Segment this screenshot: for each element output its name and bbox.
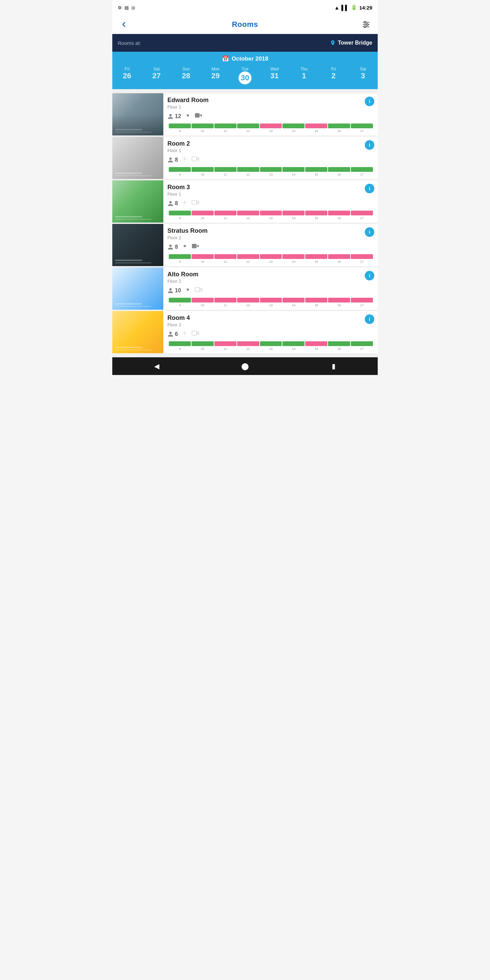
timeline-slot-5 (282, 298, 305, 302)
room-amenities-edward-room: 12 (167, 111, 374, 121)
room-image-room-2 (112, 137, 163, 179)
room-list: i Edward Room Floor 1 12 910111213141516… (112, 89, 378, 357)
room-amenities-room-3: 8 (167, 199, 374, 208)
timeline-slot-1 (192, 341, 214, 346)
video-icon-inactive (181, 330, 188, 338)
camera-icon-inactive (192, 199, 199, 208)
timeline-slot-7 (328, 341, 350, 346)
day-cell-30[interactable]: Tue 30 (231, 65, 260, 87)
room-capacity-alto-room: 10 (167, 288, 181, 294)
settings-icon: ⚙ (118, 5, 122, 10)
back-button[interactable] (118, 18, 130, 30)
room-floor-stratus-room: Floor 2 (167, 235, 374, 240)
room-info-room-4: i Room 4 Floor 2 6 91011121314151617 (163, 311, 378, 353)
camera-icon (192, 242, 199, 251)
timeline-slot-0 (169, 211, 191, 215)
svg-point-14 (187, 289, 189, 291)
svg-rect-13 (192, 244, 197, 248)
room-amenities-room-2: 8 (167, 155, 374, 164)
timeline-slot-7 (328, 124, 350, 128)
timeline-slot-6 (305, 341, 327, 346)
svg-rect-15 (195, 288, 200, 292)
room-card-edward-room[interactable]: i Edward Room Floor 1 12 910111213141516… (112, 93, 378, 135)
filter-button[interactable] (360, 18, 372, 30)
camera-icon (195, 111, 202, 121)
info-button-alto-room[interactable]: i (365, 271, 374, 280)
info-button-room-3[interactable]: i (365, 184, 374, 193)
room-image-room-3 (112, 180, 163, 223)
nav-back-button[interactable]: ◀ (149, 359, 164, 374)
timeline-slot-7 (328, 254, 350, 259)
svg-rect-11 (192, 200, 197, 205)
nav-home-button[interactable]: ⬤ (237, 359, 253, 374)
timeline-slot-0 (169, 341, 191, 346)
svg-point-8 (184, 158, 185, 160)
timeline-slot-1 (192, 298, 214, 302)
room-card-alto-room[interactable]: i Alto Room Floor 2 10 91011121314151617 (112, 267, 378, 310)
svg-point-10 (184, 202, 185, 204)
room-timeline-stratus-room: 91011121314151617 (167, 254, 374, 266)
day-cell-3[interactable]: Sat 3 (348, 65, 378, 87)
timeline-slot-6 (305, 211, 327, 215)
day-cell-31[interactable]: Wed 31 (259, 65, 289, 87)
timeline-slot-0 (169, 124, 191, 128)
day-cell-29[interactable]: Mon 29 (201, 65, 231, 87)
room-floor-room-4: Floor 2 (167, 322, 374, 327)
day-cell-27[interactable]: Sat 27 (142, 65, 172, 87)
timeline-slot-1 (192, 211, 214, 215)
timeline-slot-6 (305, 124, 327, 128)
nav-recents-button[interactable]: ▮ (326, 359, 341, 374)
day-cell-1[interactable]: Thu 1 (289, 65, 319, 87)
timeline-slot-7 (328, 211, 350, 215)
info-button-edward-room[interactable]: i (365, 97, 374, 106)
video-icon (181, 243, 188, 251)
svg-rect-9 (192, 157, 197, 161)
room-name-room-2: Room 2 (167, 140, 374, 147)
status-bar-left: ⚙ ▤ ◎ (118, 5, 135, 10)
timeline-slot-1 (192, 254, 214, 259)
day-cell-28[interactable]: Sun 28 (171, 65, 201, 87)
timeline-slot-4 (260, 124, 282, 128)
svg-point-6 (187, 115, 189, 116)
room-name-alto-room: Alto Room (167, 271, 374, 278)
timeline-slot-5 (282, 341, 305, 346)
timeline-slot-0 (169, 167, 191, 172)
time-display: 14:29 (360, 5, 372, 11)
room-card-stratus-room[interactable]: i Stratus Room Floor 2 8 910111213141516… (112, 224, 378, 266)
room-capacity-room-3: 8 (167, 200, 178, 207)
timeline-slot-8 (351, 341, 373, 346)
room-image-alto-room (112, 267, 163, 310)
location-name[interactable]: Tower Bridge (330, 40, 372, 46)
day-cell-26[interactable]: Fri 26 (112, 65, 142, 87)
room-amenities-room-4: 6 (167, 329, 374, 339)
video-icon-inactive (181, 199, 188, 208)
room-card-room-3[interactable]: i Room 3 Floor 1 8 91011121314151617 (112, 180, 378, 223)
room-capacity-room-4: 6 (167, 331, 178, 337)
timeline-slot-3 (237, 341, 259, 346)
info-button-stratus-room[interactable]: i (365, 227, 374, 237)
timeline-slot-8 (351, 254, 373, 259)
room-capacity-stratus-room: 8 (167, 244, 178, 250)
room-info-alto-room: i Alto Room Floor 2 10 91011121314151617 (163, 267, 378, 310)
timeline-slot-4 (260, 254, 282, 259)
room-capacity-room-2: 8 (167, 157, 178, 163)
day-cell-2[interactable]: Fri 2 (319, 65, 348, 87)
svg-point-3 (364, 21, 366, 23)
status-bar: ⚙ ▤ ◎ ▲ ▌▌ 🔋 14:29 (112, 0, 378, 15)
video-icon (185, 112, 191, 121)
room-timeline-room-2: 91011121314151617 (167, 167, 374, 179)
svg-rect-17 (192, 331, 197, 336)
days-row: Fri 26 Sat 27 Sun 28 Mon 29 Tue 30 Wed 3… (112, 65, 378, 87)
timeline-slot-5 (282, 124, 305, 128)
month-label: October 2018 (232, 56, 269, 62)
timeline-slot-6 (305, 167, 327, 172)
rooms-at-label: Rooms at: (118, 40, 141, 46)
timeline-slot-4 (260, 167, 282, 172)
room-card-room-4[interactable]: i Room 4 Floor 2 6 91011121314151617 (112, 311, 378, 353)
info-button-room-4[interactable]: i (365, 314, 374, 324)
info-button-room-2[interactable]: i (365, 140, 374, 150)
room-card-room-2[interactable]: i Room 2 Floor 1 8 91011121314151617 (112, 137, 378, 179)
room-capacity-edward-room: 12 (167, 113, 181, 119)
room-info-edward-room: i Edward Room Floor 1 12 910111213141516… (163, 93, 378, 135)
room-timeline-room-4: 91011121314151617 (167, 341, 374, 353)
